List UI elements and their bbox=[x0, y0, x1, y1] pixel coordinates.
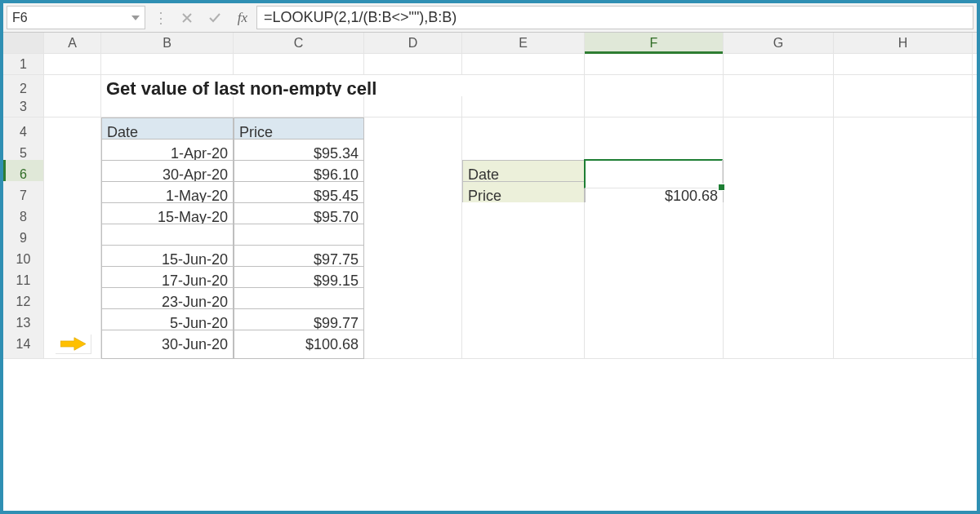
spreadsheet-grid[interactable]: A B C D E F G H I 1 2 Get value of last … bbox=[3, 33, 977, 351]
col-header-F[interactable]: F bbox=[585, 33, 724, 54]
cell-E1[interactable] bbox=[462, 54, 585, 75]
x-icon bbox=[180, 11, 194, 24]
cell-B1[interactable] bbox=[101, 54, 234, 75]
formula-text: =LOOKUP(2,1/(B:B<>""),B:B) bbox=[264, 9, 457, 26]
cell-G1[interactable] bbox=[724, 54, 834, 75]
col-header-E[interactable]: E bbox=[462, 33, 585, 54]
cell-D14[interactable] bbox=[364, 330, 462, 359]
cell-I1[interactable] bbox=[973, 54, 980, 75]
cell-A3[interactable] bbox=[44, 96, 101, 117]
cell-E3[interactable] bbox=[462, 96, 585, 117]
cell-E14[interactable] bbox=[462, 330, 585, 359]
cell-B14[interactable]: 30-Jun-20 bbox=[101, 330, 234, 359]
cell-B3[interactable] bbox=[101, 96, 234, 117]
cell-C1[interactable] bbox=[234, 54, 364, 75]
cell-D3[interactable] bbox=[364, 96, 462, 117]
row-header-14[interactable]: 14 bbox=[3, 330, 44, 359]
row-header-3[interactable]: 3 bbox=[3, 96, 44, 117]
chevron-down-icon[interactable] bbox=[131, 16, 140, 20]
cell-F1[interactable] bbox=[585, 54, 724, 75]
col-header-D[interactable]: D bbox=[364, 33, 462, 54]
cell-F3[interactable] bbox=[585, 96, 724, 117]
name-box-value: F6 bbox=[12, 11, 28, 25]
col-header-A[interactable]: A bbox=[44, 33, 101, 54]
insert-function-button[interactable]: fx bbox=[229, 3, 256, 32]
formula-input[interactable]: =LOOKUP(2,1/(B:B<>""),B:B) bbox=[256, 6, 973, 29]
cell-A1[interactable] bbox=[44, 54, 101, 75]
cell-H3[interactable] bbox=[834, 96, 973, 117]
cell-G14[interactable] bbox=[724, 330, 834, 359]
cell-I3[interactable] bbox=[973, 96, 980, 117]
cell-D1[interactable] bbox=[364, 54, 462, 75]
select-all-corner[interactable] bbox=[3, 33, 44, 54]
check-icon bbox=[208, 11, 221, 24]
cell-H14[interactable] bbox=[834, 330, 973, 359]
col-header-H[interactable]: H bbox=[834, 33, 973, 54]
col-header-B[interactable]: B bbox=[101, 33, 234, 54]
cell-I14[interactable] bbox=[973, 330, 980, 359]
cell-C3[interactable] bbox=[234, 96, 364, 117]
cell-G3[interactable] bbox=[724, 96, 834, 117]
col-header-G[interactable]: G bbox=[724, 33, 834, 54]
arrow-right-icon bbox=[56, 335, 91, 354]
name-box[interactable]: F6 bbox=[7, 6, 145, 29]
enter-formula-button[interactable] bbox=[201, 3, 229, 32]
cell-H1[interactable] bbox=[834, 54, 973, 75]
col-header-C[interactable]: C bbox=[234, 33, 364, 54]
cell-C14[interactable]: $100.68 bbox=[234, 330, 364, 359]
formula-bar: F6 ⋮ fx =LOOKUP(2,1/(B:B<>""),B:B) bbox=[3, 3, 977, 33]
col-header-I[interactable]: I bbox=[973, 33, 980, 54]
row-header-1[interactable]: 1 bbox=[3, 54, 44, 75]
cell-F14[interactable] bbox=[585, 330, 724, 359]
cancel-formula-button[interactable] bbox=[173, 3, 201, 32]
separator-icon: ⋮ bbox=[149, 3, 173, 32]
